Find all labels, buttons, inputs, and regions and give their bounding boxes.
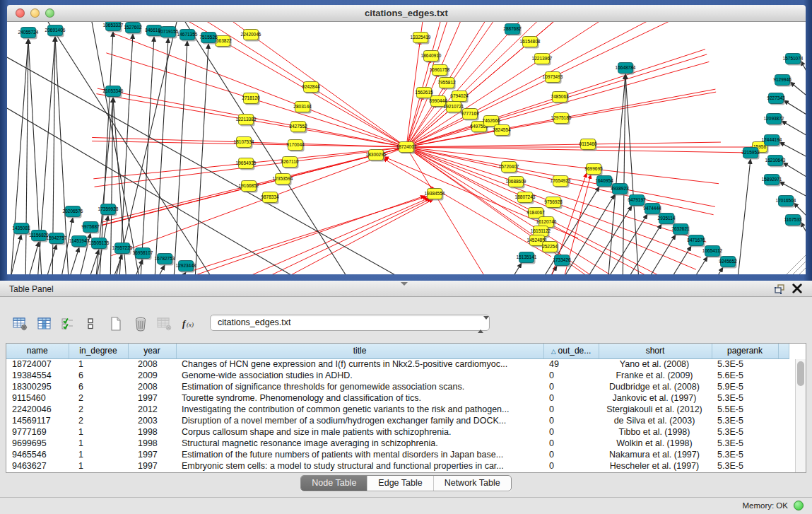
table-header-row[interactable]: namein_degreeyeartitle△out_de...shortpag… xyxy=(6,344,789,358)
graph-node[interactable]: 17654923 xyxy=(551,176,571,188)
graph-node[interactable]: 2803144 xyxy=(293,102,312,114)
graph-node[interactable]: 18724007 xyxy=(396,142,417,154)
graph-node[interactable]: 2935114 xyxy=(658,214,676,226)
graph-node[interactable]: 10688609 xyxy=(506,177,526,189)
graph-node[interactable]: 3215953 xyxy=(741,148,760,160)
cell[interactable]: 1 xyxy=(69,438,128,449)
graph-node[interactable]: 9227343 xyxy=(767,93,785,105)
table-row[interactable]: 946362711997Embryonic stem cells: a mode… xyxy=(6,460,789,472)
column-header-title[interactable]: title xyxy=(176,344,543,358)
graph-node[interactable]: 17359928 xyxy=(98,204,119,216)
table-row[interactable]: 977716911998Corpus callosum shape and si… xyxy=(6,426,789,438)
attribute-table[interactable]: namein_degreeyeartitle△out_de...shortpag… xyxy=(6,344,789,472)
graph-node[interactable]: 9245652 xyxy=(719,257,737,269)
graph-node[interactable]: 17957225 xyxy=(112,243,133,255)
cell[interactable]: 5.3E-5 xyxy=(712,438,778,449)
graph-node[interactable]: 16648784 xyxy=(616,63,636,75)
select-attributes-button[interactable] xyxy=(59,314,81,334)
graph-node[interactable]: 18107534 xyxy=(234,137,254,149)
graph-node[interactable]: 12213383 xyxy=(236,115,257,127)
graph-node[interactable]: 15892971 xyxy=(762,175,782,187)
cell[interactable]: 5.5E-5 xyxy=(712,404,778,415)
table-scrollbar-thumb[interactable] xyxy=(797,361,804,386)
table-scrollbar[interactable] xyxy=(795,359,806,472)
graph-node[interactable]: 17016504 xyxy=(776,196,796,208)
cell[interactable]: 1 xyxy=(69,460,128,472)
cell[interactable]: de Silva et al. (2003) xyxy=(599,415,712,426)
graph-node[interactable]: 9170044 xyxy=(286,140,305,152)
graph-node[interactable]: 7485063 xyxy=(551,92,569,104)
cell[interactable]: 9115460 xyxy=(6,392,69,404)
cell[interactable]: Corpus callosum shape and size in male p… xyxy=(176,426,543,438)
graph-node[interactable]: 3824554 xyxy=(493,125,511,137)
cell[interactable]: Disruption of a novel member of a sodium… xyxy=(176,415,543,426)
cell[interactable]: Tourette syndrome. Phenomenology and cla… xyxy=(176,392,543,404)
cell[interactable]: 0 xyxy=(543,449,599,460)
column-header-out_de[interactable]: △out_de... xyxy=(543,344,599,358)
cell[interactable]: 5.3E-5 xyxy=(712,460,778,472)
cell[interactable]: 5.3E-5 xyxy=(712,449,778,460)
cell[interactable]: Changes of HCN gene expression and I(f) … xyxy=(176,358,543,370)
cell[interactable]: Genome-wide association studies in ADHD. xyxy=(176,370,543,381)
function-builder-button[interactable]: f(x) xyxy=(180,314,201,334)
cell[interactable]: Jankovic et al. (1997) xyxy=(599,392,712,404)
cell[interactable]: 2009 xyxy=(128,370,176,381)
cell[interactable]: Structural magnetic resonance image aver… xyxy=(176,438,543,449)
delete-table-button[interactable] xyxy=(155,314,177,334)
table-column-button[interactable] xyxy=(35,314,57,334)
graph-node[interactable]: 15135141 xyxy=(517,252,537,264)
graph-node[interactable]: 8427552 xyxy=(289,122,307,134)
cell[interactable]: 0 xyxy=(543,392,599,404)
cell[interactable]: 2008 xyxy=(128,358,176,370)
tab-edge-table[interactable]: Edge Table xyxy=(367,476,433,491)
graph-node[interactable]: 12975185 xyxy=(551,113,572,125)
citation-network-graph[interactable]: 1872400718300295193845542242004627181201… xyxy=(7,22,806,274)
graph-node[interactable]: 13325419 xyxy=(411,33,431,45)
cell[interactable]: 9777169 xyxy=(6,426,69,438)
graph-node[interactable]: 24055724 xyxy=(18,28,39,40)
delete-rows-button[interactable] xyxy=(131,314,153,334)
cell[interactable]: 5.3E-5 xyxy=(712,392,778,404)
cell[interactable]: 18724007 xyxy=(6,358,69,370)
graph-node[interactable]: 9699695 xyxy=(584,164,603,176)
graph-node[interactable]: 10653327 xyxy=(103,22,124,33)
float-panel-icon[interactable] xyxy=(774,284,785,295)
graph-node[interactable]: 21053346 xyxy=(103,86,124,98)
cell[interactable]: 5.3E-5 xyxy=(712,358,778,370)
rows-button[interactable] xyxy=(83,314,105,334)
graph-node[interactable]: 9756928 xyxy=(544,197,563,209)
column-header-in_degree[interactable]: in_degree xyxy=(69,344,128,358)
graph-node[interactable]: 14671355 xyxy=(177,30,198,42)
graph-node[interactable]: 18807243 xyxy=(515,192,536,204)
graph-node[interactable]: 7955812 xyxy=(437,78,456,90)
cell[interactable]: 1997 xyxy=(128,460,176,472)
graph-node[interactable]: 18300295 xyxy=(366,150,387,162)
cell[interactable]: Tibbo et al. (1998) xyxy=(599,426,712,438)
cell[interactable]: Estimation of the future numbers of pati… xyxy=(176,449,543,460)
graph-node[interactable]: 19654935 xyxy=(236,158,257,170)
graph-node[interactable]: 16958107 xyxy=(133,248,153,260)
graph-node[interactable]: 9975887 xyxy=(81,222,100,234)
cell[interactable]: 9699695 xyxy=(6,438,69,449)
cell[interactable]: 1997 xyxy=(128,392,176,404)
table-row[interactable]: 969969511998Structural magnetic resonanc… xyxy=(6,438,789,449)
cell[interactable]: Embryonic stem cells: a model to study s… xyxy=(176,460,543,472)
cell[interactable]: 22420046 xyxy=(6,404,69,415)
new-table-button[interactable] xyxy=(107,314,129,334)
table-settings-button[interactable] xyxy=(11,314,33,334)
graph-node[interactable]: 8471676 xyxy=(687,235,705,247)
graph-node[interactable]: 10973493 xyxy=(543,72,563,84)
cell[interactable]: 2 xyxy=(69,392,128,404)
cell[interactable]: 1 xyxy=(69,426,128,438)
graph-node[interactable]: 13505135 xyxy=(89,238,110,250)
table-row[interactable]: 946554611997Estimation of the future num… xyxy=(6,449,789,460)
cell[interactable]: Investigating the contribution of common… xyxy=(176,404,543,415)
graph-node[interactable]: 16154808 xyxy=(520,37,541,49)
cell[interactable]: 0 xyxy=(543,381,599,392)
graph-node[interactable]: 8938923 xyxy=(611,184,629,196)
graph-node[interactable]: 22420046 xyxy=(241,30,261,42)
table-row[interactable]: 911546021997Tourette syndrome. Phenomeno… xyxy=(6,392,789,404)
cell[interactable]: 49 xyxy=(543,358,599,370)
cell[interactable]: Estimation of significance thresholds fo… xyxy=(176,381,543,392)
graph-node[interactable]: 1435081 xyxy=(12,223,30,235)
